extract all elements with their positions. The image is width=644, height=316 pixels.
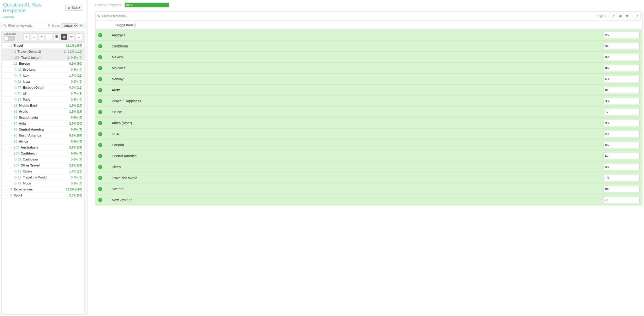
collapse-down-button[interactable]: ⌄: [31, 33, 37, 40]
chevron-down-icon[interactable]: ⌄: [11, 164, 14, 167]
suggestion-code-input[interactable]: [603, 54, 640, 60]
suggestion-row[interactable]: ✓Arctic: [95, 85, 642, 96]
suggestion-row[interactable]: ✓Mexico: [95, 52, 642, 63]
tree-row[interactable]: ›3Experiences16.2% (196): [2, 186, 84, 192]
radio-icon[interactable]: [14, 74, 17, 77]
tree-row[interactable]: 17Cruise1.7% (21): [2, 168, 84, 174]
alert-button[interactable]: !: [634, 13, 641, 19]
tree-row[interactable]: ⌄21Europe4.1% (50): [2, 61, 84, 67]
chevron-down-icon[interactable]: ⌄: [7, 44, 10, 47]
check-circle-icon[interactable]: ✓: [98, 143, 102, 147]
refresh-button[interactable]: ⟳: [68, 33, 75, 40]
suggestion-row[interactable]: ✓Australia: [95, 30, 642, 41]
suggestion-code-input[interactable]: [603, 197, 640, 203]
tree-row[interactable]: ⌄100Caribbean0.6% (7): [2, 151, 84, 157]
suggestion-code-input[interactable]: [603, 76, 640, 82]
suggestion-header[interactable]: Suggestion AZ: [95, 20, 642, 30]
tree-row[interactable]: 22Scotland0.3% (4): [2, 67, 84, 73]
suggestion-code-input[interactable]: [603, 43, 640, 49]
suggestion-row[interactable]: ✓Caribbean: [95, 41, 642, 52]
suggestion-code-input[interactable]: [603, 87, 640, 93]
delete-button[interactable]: 🗑: [624, 13, 631, 19]
chevron-right-icon[interactable]: ›: [11, 128, 14, 131]
details-link[interactable]: Details: [0, 15, 86, 20]
chevron-down-icon[interactable]: ⌄: [11, 62, 14, 65]
check-circle-icon[interactable]: ✓: [98, 176, 102, 180]
radio-icon[interactable]: [14, 68, 17, 71]
chevron-right-icon[interactable]: ›: [7, 188, 10, 191]
suggestion-code-input[interactable]: [603, 120, 640, 126]
suggestion-row[interactable]: ✓Canada: [95, 140, 642, 151]
suggestion-code-input[interactable]: [603, 32, 640, 38]
suggestion-code-input[interactable]: [603, 175, 640, 181]
suggestion-row[interactable]: ✓Central America: [95, 151, 642, 161]
radio-icon[interactable]: [14, 158, 17, 161]
suggestion-row[interactable]: ✓Peace / Happiness: [95, 96, 642, 107]
tree-row[interactable]: 47Italy1.7% (21): [2, 73, 84, 79]
suggestion-row[interactable]: ✓New Zealand: [95, 194, 642, 205]
list-button[interactable]: ☰: [53, 33, 60, 40]
suggestion-code-input[interactable]: [603, 153, 640, 159]
check-circle-icon[interactable]: ✓: [98, 121, 102, 125]
tree-row[interactable]: ⌄107Other Travel2.7% (33): [2, 162, 84, 168]
check-circle-icon[interactable]: ✓: [98, 110, 102, 114]
tree-row[interactable]: ›88Central America0.6% (7): [2, 127, 84, 133]
tree-row[interactable]: 18Travel the World0.7% (8): [2, 174, 84, 180]
tree-row[interactable]: ›90North America5.6% (67): [2, 133, 84, 139]
check-circle-icon[interactable]: ✓: [98, 44, 102, 48]
keyword-filter-input[interactable]: [8, 24, 46, 27]
check-circle-icon[interactable]: ✓: [98, 77, 102, 81]
suggestion-row[interactable]: ✓Sweden: [95, 183, 642, 194]
task-button[interactable]: ⇄ Task ▾: [65, 5, 83, 11]
tree-row[interactable]: 2Travel (General)⚓9.3% (112): [2, 49, 84, 55]
suggestion-row[interactable]: ✓Africa (other): [95, 118, 642, 129]
suggestion-row[interactable]: ✓USA: [95, 129, 642, 140]
order-select[interactable]: Default: [62, 23, 78, 28]
edit-mode-toggle[interactable]: OFF: [4, 36, 15, 41]
radio-icon[interactable]: [14, 98, 17, 101]
chevron-right-icon[interactable]: ›: [11, 122, 14, 125]
menu-icon[interactable]: ☰: [79, 23, 83, 28]
suggestion-code-input[interactable]: [603, 142, 640, 148]
check-circle-icon[interactable]: ✓: [98, 132, 102, 136]
chevron-right-icon[interactable]: ›: [7, 194, 10, 197]
stop-button[interactable]: □: [76, 33, 82, 40]
grid-button[interactable]: ▦: [61, 33, 67, 40]
suggestion-row[interactable]: ✓Travel the World: [95, 172, 642, 183]
check-circle-icon[interactable]: ✓: [98, 154, 102, 158]
tree-row[interactable]: 103Travel (other)⚓0.3% (4): [2, 55, 84, 61]
check-circle-icon[interactable]: ✓: [98, 165, 102, 169]
suggestion-code-input[interactable]: [603, 98, 640, 104]
radio-icon[interactable]: [14, 80, 17, 83]
chevron-right-icon[interactable]: ›: [11, 146, 14, 149]
tree-row[interactable]: 74UK0.7% (8): [2, 91, 84, 97]
suggestion-code-input[interactable]: [603, 131, 640, 137]
check-circle-icon[interactable]: ✓: [98, 198, 102, 202]
check-circle-icon[interactable]: ✓: [98, 33, 102, 37]
chevron-right-icon[interactable]: ›: [11, 104, 14, 107]
check-circle-icon[interactable]: ✓: [98, 55, 102, 59]
add-button[interactable]: +: [38, 33, 45, 40]
check-circle-icon[interactable]: ✓: [98, 187, 102, 191]
radio-icon[interactable]: [14, 86, 17, 89]
chevron-right-icon[interactable]: ›: [11, 110, 14, 113]
tree-row[interactable]: ›105Australasia2.7% (33): [2, 145, 84, 151]
chevron-right-icon[interactable]: ›: [11, 140, 14, 143]
radio-icon[interactable]: [14, 92, 17, 95]
tree-row[interactable]: ›92Africa0.5% (6): [2, 139, 84, 145]
suggestion-filter-input[interactable]: [102, 14, 595, 18]
expand-right-button[interactable]: ›: [23, 33, 30, 40]
radio-icon[interactable]: [11, 50, 13, 53]
tree-row[interactable]: ›85Asia2.5% (30): [2, 121, 84, 127]
radio-icon[interactable]: [14, 176, 17, 179]
check-circle-icon[interactable]: ✓: [98, 66, 102, 70]
tree-row[interactable]: 61Ibiza0.2% (2): [2, 79, 84, 85]
suggestion-code-input[interactable]: [603, 65, 640, 71]
tree-row[interactable]: ⌄1Travel32.1% (387): [2, 43, 84, 49]
suggestion-row[interactable]: ✓Cruise: [95, 107, 642, 118]
radio-icon[interactable]: [11, 56, 13, 59]
suggestion-row[interactable]: ✓Norway: [95, 74, 642, 85]
regex-label[interactable]: Reg/Ex: [596, 14, 606, 18]
check-all-button[interactable]: ✔: [610, 13, 617, 19]
chevron-down-icon[interactable]: ⌄: [11, 152, 14, 155]
